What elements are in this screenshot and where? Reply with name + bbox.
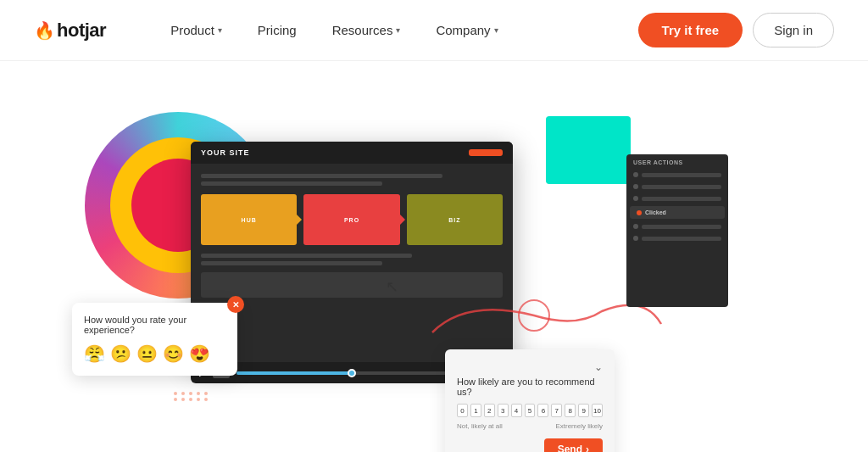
survey-widget: ✕ How would you rate your experience? 😤 … bbox=[72, 303, 237, 376]
dot bbox=[204, 392, 208, 395]
dot bbox=[181, 398, 185, 401]
dot bbox=[197, 392, 200, 395]
screen-content: HUB PRO BIZ bbox=[191, 164, 513, 308]
survey-close-button[interactable]: ✕ bbox=[227, 296, 244, 313]
hub-card: HUB bbox=[201, 194, 297, 245]
nps-labels: Not, likely at all Extremely likely bbox=[457, 422, 603, 430]
pricing-cards: HUB PRO BIZ bbox=[201, 194, 503, 245]
nav-company[interactable]: Company ▾ bbox=[422, 16, 511, 44]
ua-bar bbox=[642, 185, 721, 189]
nps-numbers: 0 1 2 3 4 5 6 7 8 9 10 bbox=[457, 404, 603, 417]
progress-thumb bbox=[348, 369, 356, 377]
nav-actions: Try it free Sign in bbox=[638, 13, 834, 47]
nav-product[interactable]: Product ▾ bbox=[157, 16, 236, 44]
screen-box bbox=[201, 272, 503, 298]
nps-num-0[interactable]: 0 bbox=[457, 404, 468, 417]
nps-collapse-button[interactable]: ⌄ bbox=[457, 361, 603, 373]
biz-card: BIZ bbox=[407, 194, 503, 245]
dot bbox=[189, 398, 192, 401]
deco-teal-rect bbox=[546, 116, 631, 184]
nps-num-5[interactable]: 5 bbox=[525, 404, 536, 417]
chevron-down-icon: ▾ bbox=[396, 25, 400, 35]
nps-num-3[interactable]: 3 bbox=[498, 404, 509, 417]
screen-titlebar: YOUR SITE bbox=[191, 142, 513, 164]
pro-card: PRO bbox=[303, 194, 399, 245]
nav-resources[interactable]: Resources ▾ bbox=[319, 16, 415, 44]
screen-title: YOUR SITE bbox=[201, 148, 469, 157]
ua-clicked-row: Clicked bbox=[630, 206, 725, 219]
screen-red-btn bbox=[469, 149, 503, 156]
ua-dot bbox=[633, 184, 638, 189]
ua-dot-red bbox=[637, 210, 642, 215]
nps-send-button[interactable]: Send › bbox=[544, 438, 603, 452]
ua-row bbox=[626, 193, 728, 204]
dot bbox=[204, 398, 208, 401]
chevron-down-icon: ▾ bbox=[494, 25, 498, 35]
nps-num-6[interactable]: 6 bbox=[537, 404, 548, 417]
nps-num-7[interactable]: 7 bbox=[551, 404, 562, 417]
hero-section: YOUR SITE HUB PRO BIZ bbox=[0, 61, 868, 452]
ua-row bbox=[626, 169, 728, 181]
ua-row bbox=[626, 181, 728, 193]
ua-row bbox=[626, 220, 728, 232]
logo[interactable]: 🔥 hotjar bbox=[34, 20, 106, 42]
dot bbox=[189, 392, 192, 395]
pro-arrow bbox=[398, 213, 405, 226]
nps-num-8[interactable]: 8 bbox=[565, 404, 576, 417]
dots-decoration bbox=[174, 392, 209, 401]
navbar: 🔥 hotjar Product ▾ Pricing Resources ▾ C… bbox=[0, 0, 868, 61]
progress-fill bbox=[236, 371, 352, 375]
ua-dot bbox=[633, 224, 638, 229]
nps-label-high: Extremely likely bbox=[555, 422, 603, 430]
svg-point-0 bbox=[519, 300, 549, 331]
ua-bar bbox=[642, 173, 721, 177]
screen-mockup: YOUR SITE HUB PRO BIZ bbox=[191, 142, 513, 362]
dot bbox=[174, 392, 177, 395]
ua-dot bbox=[633, 236, 638, 241]
screen-line bbox=[201, 181, 382, 186]
screen-lines-top bbox=[201, 174, 503, 186]
emoji-1[interactable]: 😤 bbox=[84, 343, 105, 364]
nps-num-10[interactable]: 10 bbox=[592, 404, 603, 417]
dot bbox=[174, 398, 177, 401]
screen-lines-bottom bbox=[201, 254, 503, 265]
nps-widget: ⌄ How likely are you to recommend us? 0 … bbox=[445, 349, 615, 452]
ua-dot bbox=[633, 172, 638, 177]
nav-pricing[interactable]: Pricing bbox=[244, 16, 310, 44]
logo-text: hotjar bbox=[57, 20, 106, 42]
signin-button[interactable]: Sign in bbox=[753, 13, 834, 47]
screen-line bbox=[201, 261, 382, 265]
nps-label-low: Not, likely at all bbox=[457, 422, 503, 430]
screen-line bbox=[201, 254, 412, 258]
dot bbox=[181, 392, 185, 395]
ua-dot bbox=[633, 196, 638, 201]
emoji-3[interactable]: 😐 bbox=[136, 343, 158, 364]
nps-question: How likely are you to recommend us? bbox=[457, 377, 603, 397]
ua-clicked-label: Clicked bbox=[645, 209, 666, 215]
nps-num-4[interactable]: 4 bbox=[511, 404, 522, 417]
user-actions-panel: USER ACTIONS Clicked bbox=[626, 154, 728, 307]
emoji-5[interactable]: 😍 bbox=[189, 343, 210, 364]
try-free-button[interactable]: Try it free bbox=[638, 13, 743, 47]
ua-bar bbox=[642, 197, 721, 201]
emoji-2[interactable]: 😕 bbox=[110, 343, 131, 364]
ua-bar bbox=[642, 225, 721, 229]
send-arrow-icon: › bbox=[586, 444, 589, 452]
ua-row bbox=[626, 232, 728, 244]
flame-icon: 🔥 bbox=[34, 20, 55, 41]
nps-num-1[interactable]: 1 bbox=[470, 404, 481, 417]
hub-arrow bbox=[295, 213, 302, 226]
survey-question: How would you rate your experience? bbox=[84, 315, 225, 335]
user-actions-title: USER ACTIONS bbox=[626, 154, 728, 169]
ua-bar bbox=[642, 237, 721, 241]
chevron-down-icon: ▾ bbox=[218, 25, 222, 35]
emoji-row: 😤 😕 😐 😊 😍 bbox=[84, 343, 225, 364]
dot bbox=[197, 398, 200, 401]
emoji-4[interactable]: 😊 bbox=[163, 343, 184, 364]
nps-num-9[interactable]: 9 bbox=[578, 404, 589, 417]
nav-links: Product ▾ Pricing Resources ▾ Company ▾ bbox=[157, 16, 637, 44]
screen-line bbox=[201, 174, 442, 178]
nps-num-2[interactable]: 2 bbox=[484, 404, 495, 417]
